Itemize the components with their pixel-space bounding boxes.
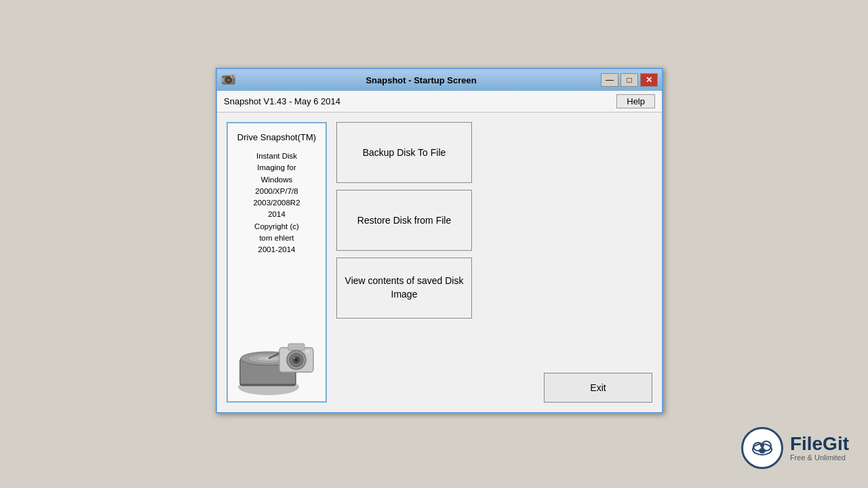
svg-rect-4 (222, 78, 224, 82)
maximize-button[interactable]: □ (620, 73, 638, 87)
svg-point-27 (760, 443, 764, 447)
content-area: Drive Snapshot(TM) Instant DiskImaging f… (217, 113, 662, 412)
menu-bar: Snapshot V1.43 - May 6 2014 Help (217, 91, 662, 113)
main-window: Snapshot - Startup Screen — □ ✕ Snapshot… (216, 68, 663, 413)
svg-point-28 (759, 448, 766, 453)
minimize-button[interactable]: — (601, 73, 618, 87)
restore-button[interactable]: Restore Disk from File (336, 190, 472, 251)
right-panel: Backup Disk To File Restore Disk from Fi… (336, 122, 652, 403)
backup-button[interactable]: Backup Disk To File (336, 122, 472, 183)
title-bar: Snapshot - Startup Screen — □ ✕ (217, 69, 662, 91)
view-contents-button[interactable]: View contents of saved Disk Image (336, 258, 472, 319)
filegit-name: FileGit (790, 434, 849, 453)
filegit-text: FileGit Free & Unlimited (790, 434, 849, 462)
app-description: Instant DiskImaging forWindows2000/XP/7/… (253, 150, 300, 256)
app-title: Drive Snapshot(TM) (237, 131, 316, 144)
window-controls: — □ ✕ (601, 73, 658, 87)
svg-point-22 (294, 357, 296, 359)
disk-image-area (233, 262, 320, 396)
svg-point-6 (232, 75, 234, 77)
exit-button[interactable]: Exit (544, 373, 652, 403)
filegit-icon (741, 427, 783, 469)
svg-rect-23 (305, 350, 310, 353)
version-text: Snapshot V1.43 - May 6 2014 (224, 96, 340, 106)
help-button[interactable]: Help (616, 94, 655, 108)
filegit-tagline: Free & Unlimited (790, 453, 849, 462)
app-icon (221, 73, 236, 87)
svg-rect-17 (288, 344, 304, 350)
left-panel: Drive Snapshot(TM) Instant DiskImaging f… (226, 122, 327, 403)
svg-point-3 (228, 79, 229, 81)
filegit-logo: FileGit Free & Unlimited (741, 427, 849, 469)
camera-illustration (276, 340, 317, 377)
window-title: Snapshot - Startup Screen (241, 75, 601, 85)
close-button[interactable]: ✕ (640, 73, 658, 87)
filegit-svg-icon (749, 434, 776, 462)
